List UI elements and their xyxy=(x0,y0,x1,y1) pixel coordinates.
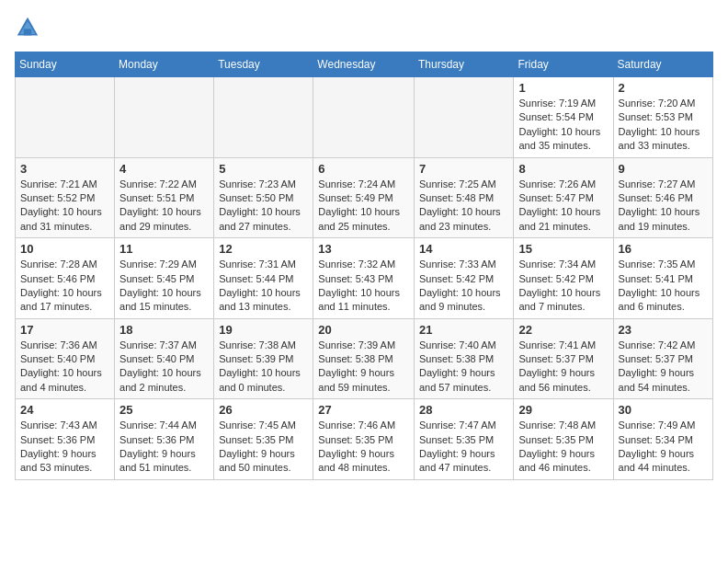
day-number: 28 xyxy=(419,403,509,417)
calendar-cell xyxy=(214,77,313,158)
day-info: Sunrise: 7:48 AMSunset: 5:35 PMDaylight:… xyxy=(518,419,608,476)
calendar-header-monday: Monday xyxy=(115,52,214,77)
day-number: 15 xyxy=(518,242,608,256)
calendar-header-saturday: Saturday xyxy=(613,52,712,77)
calendar-cell: 10Sunrise: 7:28 AMSunset: 5:46 PMDayligh… xyxy=(16,238,115,319)
day-info: Sunrise: 7:25 AMSunset: 5:48 PMDaylight:… xyxy=(419,178,509,235)
day-info: Sunrise: 7:28 AMSunset: 5:46 PMDaylight:… xyxy=(20,258,109,315)
day-number: 11 xyxy=(119,242,209,256)
day-info: Sunrise: 7:29 AMSunset: 5:45 PMDaylight:… xyxy=(119,258,209,315)
day-info: Sunrise: 7:34 AMSunset: 5:42 PMDaylight:… xyxy=(518,258,608,315)
calendar-cell: 18Sunrise: 7:37 AMSunset: 5:40 PMDayligh… xyxy=(115,318,214,399)
day-info: Sunrise: 7:42 AMSunset: 5:37 PMDaylight:… xyxy=(619,339,708,396)
day-number: 12 xyxy=(219,242,308,256)
day-number: 25 xyxy=(119,403,209,417)
calendar-cell: 4Sunrise: 7:22 AMSunset: 5:51 PMDaylight… xyxy=(115,157,214,238)
day-info: Sunrise: 7:41 AMSunset: 5:37 PMDaylight:… xyxy=(518,339,608,396)
day-number: 18 xyxy=(119,323,209,337)
day-number: 24 xyxy=(20,403,109,417)
day-number: 20 xyxy=(318,323,409,337)
day-info: Sunrise: 7:31 AMSunset: 5:44 PMDaylight:… xyxy=(219,258,308,315)
calendar-cell: 8Sunrise: 7:26 AMSunset: 5:47 PMDaylight… xyxy=(514,157,613,238)
day-number: 21 xyxy=(419,323,509,337)
logo xyxy=(15,15,44,40)
day-info: Sunrise: 7:21 AMSunset: 5:52 PMDaylight:… xyxy=(20,178,109,235)
day-info: Sunrise: 7:40 AMSunset: 5:38 PMDaylight:… xyxy=(419,339,509,396)
day-number: 19 xyxy=(219,323,308,337)
day-info: Sunrise: 7:32 AMSunset: 5:43 PMDaylight:… xyxy=(318,258,409,315)
calendar-cell: 14Sunrise: 7:33 AMSunset: 5:42 PMDayligh… xyxy=(414,238,514,319)
calendar-cell: 28Sunrise: 7:47 AMSunset: 5:35 PMDayligh… xyxy=(414,399,514,480)
day-info: Sunrise: 7:19 AMSunset: 5:54 PMDaylight:… xyxy=(518,97,608,154)
day-info: Sunrise: 7:45 AMSunset: 5:35 PMDaylight:… xyxy=(219,419,308,476)
day-number: 3 xyxy=(20,162,109,176)
calendar-table: SundayMondayTuesdayWednesdayThursdayFrid… xyxy=(15,52,713,480)
calendar-week-1: 1Sunrise: 7:19 AMSunset: 5:54 PMDaylight… xyxy=(16,77,713,158)
day-number: 9 xyxy=(619,162,708,176)
day-info: Sunrise: 7:44 AMSunset: 5:36 PMDaylight:… xyxy=(119,419,209,476)
calendar-header-sunday: Sunday xyxy=(16,52,115,77)
calendar-cell xyxy=(16,77,115,158)
calendar-cell: 22Sunrise: 7:41 AMSunset: 5:37 PMDayligh… xyxy=(514,318,613,399)
calendar-cell: 30Sunrise: 7:49 AMSunset: 5:34 PMDayligh… xyxy=(613,399,712,480)
day-number: 23 xyxy=(619,323,708,337)
day-info: Sunrise: 7:47 AMSunset: 5:35 PMDaylight:… xyxy=(419,419,509,476)
calendar-cell: 25Sunrise: 7:44 AMSunset: 5:36 PMDayligh… xyxy=(115,399,214,480)
day-info: Sunrise: 7:26 AMSunset: 5:47 PMDaylight:… xyxy=(518,178,608,235)
calendar-cell: 24Sunrise: 7:43 AMSunset: 5:36 PMDayligh… xyxy=(16,399,115,480)
calendar-cell: 11Sunrise: 7:29 AMSunset: 5:45 PMDayligh… xyxy=(115,238,214,319)
day-info: Sunrise: 7:36 AMSunset: 5:40 PMDaylight:… xyxy=(20,339,109,396)
page-header xyxy=(15,15,713,40)
calendar-cell: 6Sunrise: 7:24 AMSunset: 5:49 PMDaylight… xyxy=(313,157,415,238)
day-info: Sunrise: 7:24 AMSunset: 5:49 PMDaylight:… xyxy=(318,178,409,235)
day-number: 10 xyxy=(20,242,109,256)
calendar-week-2: 3Sunrise: 7:21 AMSunset: 5:52 PMDaylight… xyxy=(16,157,713,238)
calendar-cell: 15Sunrise: 7:34 AMSunset: 5:42 PMDayligh… xyxy=(514,238,613,319)
calendar-cell: 29Sunrise: 7:48 AMSunset: 5:35 PMDayligh… xyxy=(514,399,613,480)
day-number: 17 xyxy=(20,323,109,337)
calendar-cell: 23Sunrise: 7:42 AMSunset: 5:37 PMDayligh… xyxy=(613,318,712,399)
day-info: Sunrise: 7:37 AMSunset: 5:40 PMDaylight:… xyxy=(119,339,209,396)
calendar-cell: 2Sunrise: 7:20 AMSunset: 5:53 PMDaylight… xyxy=(613,77,712,158)
day-info: Sunrise: 7:38 AMSunset: 5:39 PMDaylight:… xyxy=(219,339,308,396)
calendar-cell: 17Sunrise: 7:36 AMSunset: 5:40 PMDayligh… xyxy=(16,318,115,399)
day-info: Sunrise: 7:20 AMSunset: 5:53 PMDaylight:… xyxy=(619,97,708,154)
calendar-week-5: 24Sunrise: 7:43 AMSunset: 5:36 PMDayligh… xyxy=(16,399,713,480)
day-info: Sunrise: 7:39 AMSunset: 5:38 PMDaylight:… xyxy=(318,339,409,396)
calendar-cell xyxy=(313,77,415,158)
day-number: 1 xyxy=(518,81,608,95)
calendar-cell: 9Sunrise: 7:27 AMSunset: 5:46 PMDaylight… xyxy=(613,157,712,238)
calendar-cell xyxy=(414,77,514,158)
day-info: Sunrise: 7:46 AMSunset: 5:35 PMDaylight:… xyxy=(318,419,409,476)
calendar-header-tuesday: Tuesday xyxy=(214,52,313,77)
day-number: 5 xyxy=(219,162,308,176)
calendar-cell: 21Sunrise: 7:40 AMSunset: 5:38 PMDayligh… xyxy=(414,318,514,399)
svg-rect-2 xyxy=(24,29,31,35)
day-number: 14 xyxy=(419,242,509,256)
calendar-cell: 7Sunrise: 7:25 AMSunset: 5:48 PMDaylight… xyxy=(414,157,514,238)
calendar-cell: 16Sunrise: 7:35 AMSunset: 5:41 PMDayligh… xyxy=(613,238,712,319)
day-info: Sunrise: 7:22 AMSunset: 5:51 PMDaylight:… xyxy=(119,178,209,235)
calendar-cell: 27Sunrise: 7:46 AMSunset: 5:35 PMDayligh… xyxy=(313,399,415,480)
calendar-header-thursday: Thursday xyxy=(414,52,514,77)
calendar-cell: 13Sunrise: 7:32 AMSunset: 5:43 PMDayligh… xyxy=(313,238,415,319)
day-number: 13 xyxy=(318,242,409,256)
logo-icon xyxy=(15,15,40,40)
day-number: 4 xyxy=(119,162,209,176)
calendar-cell xyxy=(115,77,214,158)
day-number: 7 xyxy=(419,162,509,176)
day-number: 22 xyxy=(518,323,608,337)
day-number: 26 xyxy=(219,403,308,417)
day-info: Sunrise: 7:23 AMSunset: 5:50 PMDaylight:… xyxy=(219,178,308,235)
calendar-header-row: SundayMondayTuesdayWednesdayThursdayFrid… xyxy=(16,52,713,77)
calendar-cell: 5Sunrise: 7:23 AMSunset: 5:50 PMDaylight… xyxy=(214,157,313,238)
calendar-cell: 12Sunrise: 7:31 AMSunset: 5:44 PMDayligh… xyxy=(214,238,313,319)
day-number: 8 xyxy=(518,162,608,176)
day-info: Sunrise: 7:33 AMSunset: 5:42 PMDaylight:… xyxy=(419,258,509,315)
day-info: Sunrise: 7:49 AMSunset: 5:34 PMDaylight:… xyxy=(619,419,708,476)
calendar-cell: 19Sunrise: 7:38 AMSunset: 5:39 PMDayligh… xyxy=(214,318,313,399)
calendar-header-wednesday: Wednesday xyxy=(313,52,415,77)
calendar-cell: 20Sunrise: 7:39 AMSunset: 5:38 PMDayligh… xyxy=(313,318,415,399)
day-number: 30 xyxy=(619,403,708,417)
calendar-week-3: 10Sunrise: 7:28 AMSunset: 5:46 PMDayligh… xyxy=(16,238,713,319)
